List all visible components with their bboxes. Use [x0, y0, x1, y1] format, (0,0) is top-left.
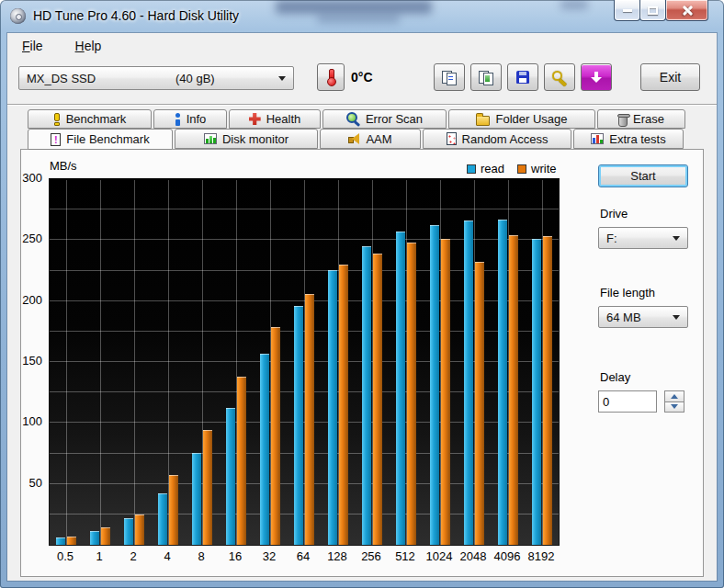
- menu-item-help[interactable]: Help: [72, 37, 106, 55]
- start-button[interactable]: Start: [598, 164, 688, 187]
- bar-read-1024: [430, 225, 439, 545]
- client-area: FileHelp MX_DS SSD (40 gB) 0°C Exit Benc…: [7, 33, 717, 581]
- tab-label: Benchmark: [66, 112, 127, 126]
- tab-label: File Benchmark: [66, 132, 149, 146]
- x-tick-label: 4: [150, 549, 185, 563]
- file-length-label: File length: [600, 286, 655, 300]
- tab-random-access[interactable]: Random Access: [423, 129, 571, 149]
- x-tick-label: 4096: [490, 549, 525, 563]
- copy-text-button[interactable]: [434, 63, 465, 91]
- tab-label: Extra tests: [609, 132, 665, 146]
- drive-size: (40 gB): [175, 72, 215, 85]
- minimize-button[interactable]: [614, 0, 640, 21]
- drive-select[interactable]: MX_DS SSD (40 gB): [18, 66, 294, 90]
- legend-swatch-write: [517, 164, 526, 174]
- tab-extra-tests[interactable]: Extra tests: [573, 129, 684, 149]
- y-tick-label: 200: [21, 293, 42, 308]
- download-button[interactable]: [581, 63, 612, 91]
- spinner-up-button[interactable]: [664, 390, 684, 402]
- menu-item-file[interactable]: File: [18, 37, 47, 55]
- copy-pages-icon: [442, 71, 457, 85]
- y-tick-label: 150: [21, 354, 42, 368]
- bar-read-8192: [532, 239, 541, 545]
- bar-write-16: [237, 377, 246, 545]
- x-tick-label: 32: [252, 549, 287, 563]
- spinner-down-button[interactable]: [664, 402, 684, 413]
- benchmark-icon: [53, 113, 61, 126]
- temperature-value: 0°C: [351, 70, 373, 85]
- bar-read-8: [192, 453, 201, 545]
- tab-info[interactable]: Info: [153, 109, 227, 129]
- bar-write-8: [203, 430, 212, 545]
- bar-write-128: [339, 265, 348, 545]
- titlebar: HD Tune Pro 4.60 - Hard Disk Utility: [0, 0, 724, 33]
- close-button[interactable]: [665, 0, 708, 21]
- bar-write-1: [101, 527, 110, 545]
- legend-item-read: read: [467, 162, 504, 175]
- tab-label: Random Access: [462, 132, 549, 146]
- temperature-button[interactable]: [317, 63, 345, 91]
- save-button[interactable]: [507, 63, 538, 91]
- bar-read-2048: [464, 220, 473, 545]
- gridline: [100, 180, 101, 545]
- bar-write-8192: [543, 236, 552, 545]
- bar-write-0.5: [67, 537, 76, 545]
- gridline: [66, 180, 67, 545]
- legend-label: write: [531, 162, 556, 175]
- drive-name: MX_DS SSD: [27, 72, 96, 85]
- tab-label: Error Scan: [366, 112, 423, 126]
- glass-reflection: [276, 0, 432, 14]
- window-controls: [615, 0, 708, 21]
- tab-file-benchmark[interactable]: File Benchmark: [28, 129, 173, 150]
- exit-button[interactable]: Exit: [640, 63, 700, 91]
- bar-write-2: [135, 514, 144, 545]
- tab-health[interactable]: Health: [229, 109, 321, 129]
- legend-label: read: [481, 162, 504, 175]
- download-arrow-icon: [590, 71, 603, 84]
- menu-bar: FileHelp: [18, 37, 130, 55]
- tab-label: Health: [266, 112, 301, 126]
- health-icon: [249, 113, 261, 125]
- tab-benchmark[interactable]: Benchmark: [28, 109, 152, 129]
- y-tick-label: 50: [21, 476, 42, 491]
- x-tick-label: 16: [218, 549, 253, 563]
- delay-input[interactable]: [598, 390, 657, 413]
- tab-error-scan[interactable]: Error Scan: [322, 109, 447, 129]
- erase-icon: [618, 116, 628, 127]
- chevron-down-icon: [278, 76, 286, 81]
- x-tick-label: 2: [116, 549, 151, 563]
- x-tick-label: 128: [320, 549, 355, 563]
- minimize-icon: [623, 9, 632, 12]
- aam-icon: [348, 133, 360, 145]
- file-length-combobox[interactable]: 64 MB: [598, 306, 688, 328]
- chevron-down-icon: [673, 236, 680, 241]
- drive-combobox-value: F:: [606, 232, 617, 245]
- maximize-button[interactable]: [639, 0, 666, 21]
- tab-folder-usage[interactable]: Folder Usage: [448, 109, 595, 129]
- y-tick-label: 250: [21, 232, 42, 246]
- tab-disk-monitor[interactable]: Disk monitor: [175, 129, 318, 149]
- x-tick-label: 0.5: [48, 549, 83, 563]
- bar-read-0.5: [56, 537, 65, 545]
- copy-image-button[interactable]: [470, 63, 502, 91]
- drive-combobox[interactable]: F:: [598, 227, 688, 249]
- arrow-up-icon: [671, 394, 678, 399]
- y-tick-label: 100: [21, 414, 42, 429]
- tab-erase[interactable]: Erase: [597, 109, 685, 129]
- bar-write-512: [407, 243, 416, 545]
- bar-read-32: [260, 354, 269, 545]
- maximize-icon: [648, 6, 658, 15]
- bar-write-32: [271, 327, 280, 545]
- tab-aam[interactable]: AAM: [320, 129, 421, 149]
- bar-read-2: [124, 518, 133, 545]
- options-button[interactable]: [544, 63, 575, 91]
- legend-item-write: write: [517, 162, 556, 175]
- x-tick-label: 8: [184, 549, 219, 563]
- x-tick-label: 1024: [422, 549, 457, 563]
- bar-read-256: [362, 246, 371, 545]
- extra-tests-icon: [591, 133, 604, 144]
- app-icon: [10, 8, 26, 24]
- bar-read-16: [226, 408, 235, 545]
- drive-label: Drive: [600, 207, 628, 220]
- file-benchmark-icon: [51, 133, 61, 146]
